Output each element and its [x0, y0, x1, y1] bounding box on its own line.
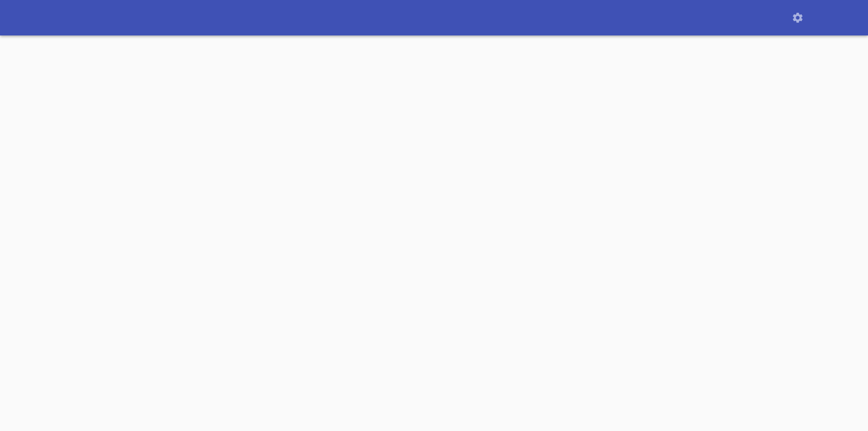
nav-standings[interactable] — [78, 13, 96, 23]
nav-teams[interactable] — [96, 13, 113, 23]
settings-gear-icon[interactable] — [791, 12, 804, 24]
app-bar — [0, 0, 868, 35]
main-nav — [61, 13, 131, 23]
nav-problems[interactable] — [113, 13, 131, 23]
nav-home[interactable] — [61, 13, 78, 23]
